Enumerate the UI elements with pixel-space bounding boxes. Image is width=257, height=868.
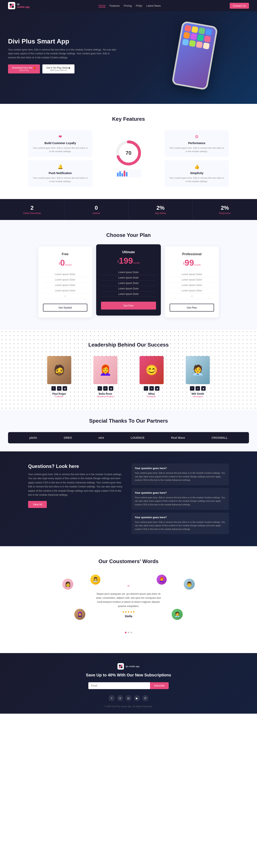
will-facebook-icon[interactable]: f — [190, 386, 194, 391]
features-grid: ❤ Build Customer Loyalty Your content go… — [28, 130, 229, 187]
nav-home[interactable]: Home — [99, 4, 106, 7]
will-name: Will Smith — [177, 392, 219, 395]
footer-email-row: Subscribe — [88, 682, 169, 689]
footer-copyright: © 2024 Divi Plus Smart App. All Rights R… — [8, 705, 249, 708]
paul-dribbble-icon[interactable]: ◉ — [63, 386, 67, 391]
bella-dribbble-icon[interactable]: ◉ — [109, 386, 113, 391]
nav-faqs[interactable]: FAQs — [136, 4, 142, 7]
pricing-professional: Professional $99/month Lorem Ipsum Dolor… — [165, 246, 219, 317]
free-plan-name: Free — [43, 252, 87, 256]
footer-youtube-icon[interactable]: ▶ — [134, 695, 140, 701]
ultimate-plan-name: Ultimate — [101, 250, 156, 254]
svg-rect-1 — [12, 4, 14, 6]
navbar: dp mobile app Home Features Pricing FAQs… — [0, 0, 257, 11]
feature-performance: ⚙ Performance Your content goes here. Ed… — [164, 130, 229, 157]
footer-logo: dp mobile app — [8, 663, 249, 670]
will-dribbble-icon[interactable]: ◉ — [201, 386, 206, 391]
miley-photo: 😊 — [140, 356, 163, 384]
faq-item-1: Your question goes here? Your content go… — [132, 463, 229, 485]
play-label: Get It On Play Store ▶ With Extra 30% of… — [46, 66, 71, 71]
bella-linkedin-icon[interactable]: in — [103, 386, 108, 391]
notification-desc: Your content goes here. Edit or remove t… — [32, 176, 88, 183]
svg-rect-6 — [119, 665, 121, 666]
download-button[interactable]: Download from the 🍎 Get it Free — [8, 64, 40, 73]
bella-name: Bella Rose — [84, 392, 126, 395]
contact-button[interactable]: Contact Us — [230, 3, 249, 9]
svg-rect-0 — [10, 4, 12, 6]
rating-label: App Rating — [133, 212, 188, 214]
stat-rating: 2% App Rating — [128, 199, 193, 220]
footer-twitter-icon[interactable]: ✕ — [117, 695, 123, 701]
bella-role: Business Analyst — [84, 395, 126, 398]
app-icon-12 — [203, 42, 210, 50]
free-features: Lorem Ipsum Dolor Lorem Ipsum Dolor Lore… — [43, 272, 87, 299]
pro-feature-3: Lorem Ipsum Dolor — [170, 283, 214, 288]
footer-subscribe-button[interactable]: Subscribe — [150, 682, 169, 689]
nav-features[interactable]: Features — [109, 4, 120, 7]
free-period: /month — [65, 264, 72, 266]
app-icon-8 — [204, 35, 211, 42]
svg-rect-9 — [121, 666, 122, 668]
svg-rect-2 — [10, 6, 12, 8]
faq-view-all-button[interactable]: View All — [28, 501, 47, 508]
partner-loudnce: LOUDNCE — [131, 436, 145, 439]
gauge: 70 — [115, 140, 142, 166]
miley-dribbble-icon[interactable]: ◉ — [155, 386, 159, 391]
faq-answer-1: Your content goes here. Edit or remove t… — [135, 471, 226, 482]
logo-icon — [8, 2, 15, 9]
dot-1[interactable] — [125, 632, 126, 633]
performance-title: Performance — [169, 142, 225, 145]
miley-facebook-icon[interactable]: f — [144, 386, 148, 391]
faq-grid: Questions? Look here Your content goes h… — [28, 463, 229, 534]
pro-feature-4: Lorem Ipsum Dolor — [170, 288, 214, 293]
free-amount: 0 — [60, 258, 65, 268]
app-icon-3 — [198, 27, 205, 34]
bella-facebook-icon[interactable]: f — [98, 386, 102, 391]
avatar-2: 🧕 — [74, 609, 85, 620]
will-linkedin-icon[interactable]: in — [195, 386, 200, 391]
hero-title: Divi Plus Smart App — [8, 38, 116, 45]
free-plan-button[interactable]: Get Started — [43, 304, 87, 312]
feature-simplicity: 👍 Simplicity Your content goes here. Edi… — [164, 160, 229, 187]
footer-email-input[interactable] — [88, 682, 150, 689]
play-store-button[interactable]: Get It On Play Store ▶ With Extra 30% of… — [42, 64, 74, 73]
quote-mark: " — [95, 584, 162, 591]
faq-answer-2: Your content goes here. Edit or remove t… — [135, 496, 226, 506]
footer-section: dp mobile app Save Up to 40% With Our Ne… — [0, 653, 257, 714]
bella-socials: f in ◉ — [84, 386, 126, 391]
ultimate-plan-button[interactable]: Get Plan — [101, 302, 156, 310]
app-icon-5 — [183, 32, 190, 39]
pro-period: /month — [194, 264, 201, 266]
footer-facebook-icon[interactable]: f — [109, 695, 115, 701]
paul-name: Paul Roger — [38, 392, 80, 395]
nav-pricing[interactable]: Pricing — [124, 4, 132, 7]
faq-section: Questions? Look here Your content goes h… — [0, 452, 257, 546]
footer-pinterest-icon[interactable]: P — [142, 695, 148, 701]
faq-right: Your question goes here? Your content go… — [132, 463, 229, 534]
team-member-will: 🧑‍💼 f in ◉ Will Smith Developer — [177, 356, 219, 398]
miley-linkedin-icon[interactable]: in — [149, 386, 154, 391]
footer-logo-inner: dp mobile app — [117, 663, 139, 670]
pro-features: Lorem Ipsum Dolor Lorem Ipsum Dolor Lore… — [170, 272, 214, 299]
testimonial-content: " Neque porro quisquam est, qui dolorem … — [90, 580, 167, 622]
will-role: Developer — [177, 395, 219, 398]
hero-buttons: Download from the 🍎 Get it Free Get It O… — [8, 64, 116, 73]
free-feature-4: Lorem Ipsum Dolor — [43, 288, 87, 293]
nav-links: Home Features Pricing FAQs Latest News — [99, 4, 161, 7]
partners-section: Special Thanks To Our Partners pitchr GR… — [0, 410, 257, 452]
paul-linkedin-icon[interactable]: in — [57, 386, 62, 391]
dot-2[interactable] — [128, 632, 129, 633]
dot-3[interactable] — [131, 632, 132, 633]
testimonials-section: Our Coustomers' Words 👩 🧕 👨 🧑‍💼 👩‍💼 👩‍🦰 … — [0, 546, 257, 653]
awards-label: Awards — [68, 212, 124, 214]
paul-facebook-icon[interactable]: f — [51, 386, 56, 391]
free-feature-3: Lorem Ipsum Dolor — [43, 283, 87, 288]
pro-plan-button[interactable]: Get Plan — [170, 304, 214, 312]
app-icon-4 — [205, 29, 212, 36]
footer-linkedin-icon[interactable]: in — [125, 695, 132, 701]
nav-news[interactable]: Latest News — [146, 4, 161, 7]
pricing-grid: Free $0/month Lorem Ipsum Dolor Lorem Ip… — [38, 246, 219, 317]
partner-greo: GREO — [64, 436, 72, 439]
download-sub: Get it Free — [12, 69, 36, 71]
faq-question-1: Your question goes here? — [135, 467, 226, 470]
